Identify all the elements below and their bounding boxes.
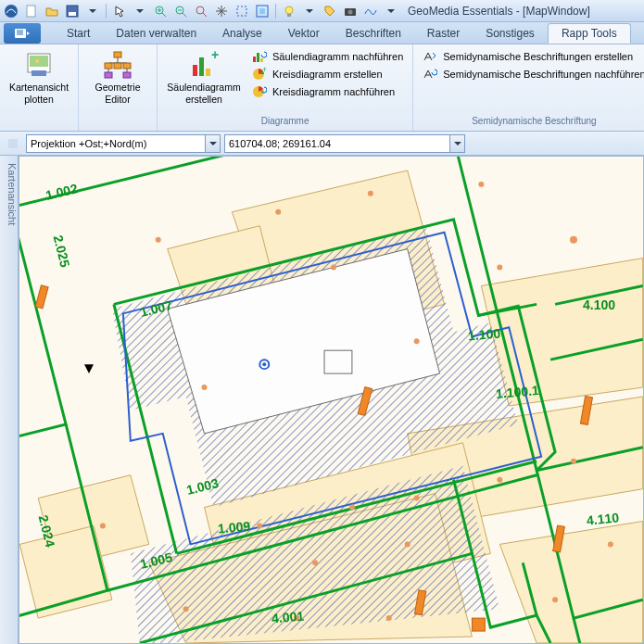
svg-line-9 bbox=[183, 13, 186, 17]
parcel-label: 1.100 bbox=[467, 326, 500, 344]
plot-mapview-button[interactable]: Kartenansicht plotten bbox=[6, 48, 72, 107]
tab-start[interactable]: Start bbox=[54, 23, 103, 44]
svg-point-80 bbox=[608, 541, 613, 547]
svg-point-65 bbox=[275, 209, 281, 215]
svg-point-85 bbox=[100, 523, 106, 528]
svg-rect-91 bbox=[472, 618, 485, 631]
tb2-icon[interactable] bbox=[4, 134, 22, 153]
parcel-label: 4.001 bbox=[271, 609, 304, 626]
chevron-down-icon[interactable] bbox=[449, 135, 464, 152]
tab-sonstiges[interactable]: Sonstiges bbox=[473, 23, 548, 44]
qat-tag-icon[interactable] bbox=[321, 2, 339, 20]
svg-rect-34 bbox=[105, 72, 112, 78]
bar-diagram-create-button[interactable]: + Säulendiagramm erstellen bbox=[163, 48, 245, 107]
group-label-diagramme: Diagramme bbox=[163, 116, 407, 129]
svg-point-70 bbox=[414, 338, 420, 344]
svg-point-68 bbox=[570, 236, 577, 244]
svg-marker-58 bbox=[499, 522, 642, 643]
parcel-label: 4.100 bbox=[583, 297, 615, 312]
bar-diagram-update-cmd[interactable]: Säulendiagramm nachführen bbox=[248, 48, 407, 65]
svg-point-16 bbox=[285, 6, 293, 14]
qat-camera-icon[interactable] bbox=[341, 2, 360, 20]
projection-combo[interactable]: Projektion +Ost;+Nord(m) bbox=[26, 134, 221, 153]
plot-label: Kartenansicht plotten bbox=[7, 82, 70, 105]
svg-point-77 bbox=[405, 541, 410, 547]
window-title: GeoMedia Essentials - [MapWindow] bbox=[408, 5, 590, 18]
svg-text:+: + bbox=[262, 67, 267, 74]
svg-rect-27 bbox=[32, 70, 46, 76]
svg-marker-94 bbox=[84, 364, 94, 373]
qat-zoomout-icon[interactable] bbox=[171, 2, 190, 20]
tab-vektor[interactable]: Vektor bbox=[275, 23, 333, 44]
side-tab-mapview[interactable]: Kartenansicht bbox=[0, 156, 19, 644]
qat-wave-icon[interactable] bbox=[361, 2, 380, 20]
svg-point-75 bbox=[414, 496, 420, 501]
svg-point-19 bbox=[348, 9, 353, 14]
tab-beschriften[interactable]: Beschriften bbox=[333, 23, 414, 44]
svg-point-83 bbox=[386, 615, 392, 621]
geo-label: Geometrie Editor bbox=[86, 82, 149, 105]
qat-extent-icon[interactable] bbox=[253, 2, 271, 20]
map-canvas[interactable]: 1.0022.0251.0074.1001.1001.100.11.0032.0… bbox=[19, 156, 644, 644]
pie-diagram-create-cmd[interactable]: +Kreisdiagramm erstellen bbox=[248, 66, 407, 82]
svg-rect-40 bbox=[206, 69, 210, 76]
svg-line-5 bbox=[162, 13, 166, 17]
tab-daten-verwalten[interactable]: Daten verwalten bbox=[103, 23, 209, 44]
svg-point-71 bbox=[497, 265, 502, 271]
svg-rect-32 bbox=[114, 63, 121, 69]
svg-point-76 bbox=[312, 560, 318, 565]
semidyn-label-update-cmd[interactable]: Semidynamische Beschriftungen nachführen bbox=[419, 66, 644, 82]
titlebar: GeoMedia Essentials - [MapWindow] bbox=[0, 0, 644, 22]
svg-rect-35 bbox=[123, 72, 131, 78]
quick-access-toolbar bbox=[22, 2, 400, 20]
svg-rect-44 bbox=[260, 58, 263, 62]
svg-point-26 bbox=[35, 59, 39, 63]
qat-zoom-icon[interactable] bbox=[192, 2, 210, 20]
svg-rect-48 bbox=[8, 139, 18, 148]
semidyn-label-create-cmd[interactable]: Semidynamische Beschriftungen erstellen bbox=[419, 48, 644, 65]
svg-rect-15 bbox=[259, 8, 265, 14]
svg-line-12 bbox=[203, 13, 207, 17]
tab-raster[interactable]: Raster bbox=[414, 23, 473, 44]
file-menu-button[interactable] bbox=[4, 23, 41, 44]
chevron-down-icon[interactable] bbox=[205, 135, 220, 152]
svg-point-72 bbox=[202, 385, 208, 390]
svg-text:+: + bbox=[211, 50, 219, 62]
qat-pointer-icon[interactable] bbox=[110, 2, 129, 20]
qat-save-icon[interactable] bbox=[63, 2, 82, 20]
svg-rect-1 bbox=[27, 6, 35, 17]
svg-point-0 bbox=[5, 5, 18, 18]
parcel-label: 1.009 bbox=[217, 519, 250, 537]
tab-analyse[interactable]: Analyse bbox=[209, 23, 275, 44]
svg-rect-31 bbox=[105, 63, 112, 69]
qat-dropdown-icon[interactable] bbox=[83, 2, 102, 20]
qat-fit-icon[interactable] bbox=[233, 2, 251, 20]
qat-open-icon[interactable] bbox=[43, 2, 61, 20]
qat-dropdown3-icon[interactable] bbox=[300, 2, 319, 20]
svg-point-78 bbox=[497, 477, 502, 483]
qat-pan-icon[interactable] bbox=[212, 2, 231, 20]
svg-point-73 bbox=[257, 523, 262, 528]
svg-rect-17 bbox=[287, 14, 291, 17]
svg-point-74 bbox=[349, 505, 355, 511]
tab-rapp-tools[interactable]: Rapp Tools bbox=[548, 23, 631, 44]
pie-diagram-update-cmd[interactable]: Kreisdiagramm nachführen bbox=[248, 83, 407, 100]
svg-point-66 bbox=[368, 191, 373, 196]
coord-toolbar: Projektion +Ost;+Nord(m) 610704.08; 2691… bbox=[0, 132, 644, 156]
svg-point-67 bbox=[478, 182, 484, 187]
bar-label: Säulendiagramm erstellen bbox=[165, 82, 243, 105]
coordinate-combo[interactable]: 610704.08; 269161.04 bbox=[224, 134, 465, 153]
svg-point-81 bbox=[552, 597, 558, 602]
qat-bulb-icon[interactable] bbox=[280, 2, 298, 20]
qat-zoomin-icon[interactable] bbox=[151, 2, 170, 20]
qat-new-icon[interactable] bbox=[22, 2, 41, 20]
app-logo-icon bbox=[4, 4, 19, 19]
geometry-editor-button[interactable]: Geometrie Editor bbox=[84, 48, 151, 107]
qat-dropdown4-icon[interactable] bbox=[382, 2, 400, 20]
group-label-1 bbox=[6, 116, 72, 129]
qat-dropdown2-icon[interactable] bbox=[131, 2, 149, 20]
ribbon-tabs: StartDaten verwaltenAnalyseVektorBeschri… bbox=[0, 22, 644, 44]
svg-rect-13 bbox=[237, 6, 246, 16]
group-label-2 bbox=[84, 116, 151, 129]
svg-rect-43 bbox=[257, 53, 259, 62]
